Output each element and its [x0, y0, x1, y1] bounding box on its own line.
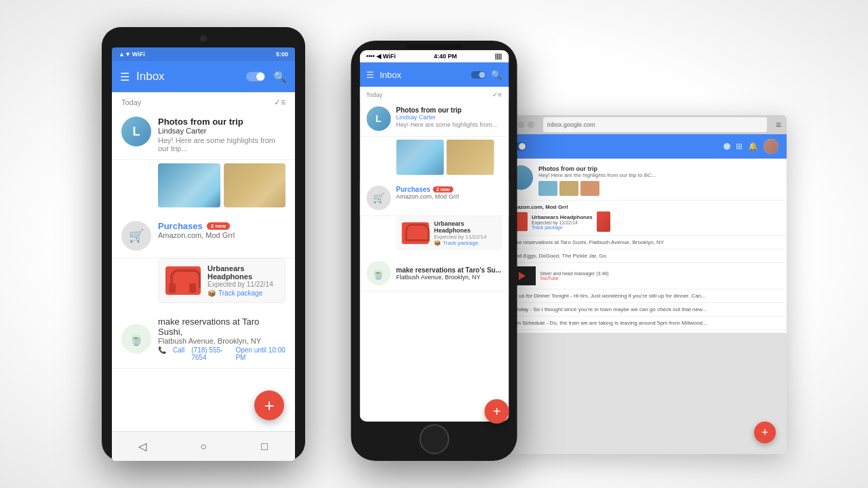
nexus5-taro-item[interactable]: 🍵 make reservations at Taro Sushi, Flatb… [112, 310, 295, 369]
iphone-check-all-icon[interactable]: ✓≡ [492, 91, 502, 98]
iphone-toggle[interactable] [471, 71, 486, 79]
browser-taro-text: make reservations at Taro Sushi, Flatbus… [509, 239, 664, 245]
nexus5-menu-icon[interactable]: ☰ [120, 70, 130, 83]
browser-addressbar[interactable]: inbox.google.com [543, 117, 767, 132]
browser-item-date: Expected by 11/22/14 [532, 220, 593, 225]
nexus5-purchase-info: Purchases 2 new Amazon.com, Mod Grrl [158, 221, 285, 239]
iphone-headphone-img [401, 222, 429, 244]
browser-avatar[interactable] [764, 139, 778, 154]
nexus5-merchants: Amazon.com, Mod Grrl [158, 231, 285, 239]
iphone-content: Today ✓≡ L Photos from our trip Lindsay … [359, 87, 509, 422]
browser-content: Photos from our trip Hey! Here are the h… [502, 159, 787, 333]
browser-titlebar: inbox.google.com ≡ [502, 115, 787, 134]
iphone-topbar: ☰ Inbox 🔍 [359, 62, 509, 87]
iphone-menu-icon[interactable]: ☰ [366, 70, 374, 80]
nexus5-fab[interactable]: + [254, 390, 284, 420]
nexus5-title: Inbox [136, 70, 239, 83]
browser-list-taro[interactable]: make reservations at Taro Sushi, Flatbus… [502, 236, 787, 249]
nexus5-camera [200, 35, 207, 42]
iphone-email-photos[interactable]: L Photos from our trip Lindsay Carter He… [359, 101, 509, 137]
browser-video-item[interactable]: Silver and head massager (3:48) YouTube [502, 263, 787, 289]
nexus5-check-all-icon[interactable]: ✓≡ [274, 98, 285, 107]
nexus5-photos-row [112, 160, 295, 214]
browser-purchase-detail: Urbanears Headphones Expected by 11/22/1… [532, 214, 593, 230]
nexus5-badge: 2 new [207, 222, 230, 230]
iphone-photos-row [359, 137, 509, 180]
browser-bell-icon[interactable]: 🔔 [748, 142, 758, 151]
browser-toolbar: ⊞ 🔔 [502, 134, 787, 159]
nexus5-call-icon: 📞 [158, 346, 166, 361]
nexus5-search-icon[interactable]: 🔍 [273, 70, 287, 83]
browser-list-train[interactable]: Train Schedule - Do, the train we are ta… [502, 317, 787, 330]
iphone-headphone-info: Urbanears Headphones Expected by 11/22/1… [434, 220, 496, 246]
browser-min-btn[interactable] [517, 121, 524, 128]
nexus5-phone: (718) 555-7654 [191, 346, 229, 361]
browser-email-body: Photos from our trip Hey! Here are the h… [538, 165, 780, 196]
browser-grid-icon[interactable]: ⊞ [736, 142, 743, 151]
iphone-badge: 2 new [433, 186, 453, 192]
nexus5-headphone-info: Urbanears Headphones Expected by 11/22/1… [208, 264, 278, 297]
browser-dinner-text: Still us for Dinner Tonight - Hi tim, Ju… [509, 293, 706, 299]
browser-video-title: Silver and head massager (3:48) [540, 271, 609, 276]
browser-video-meta: Silver and head massager (3:48) YouTube [540, 271, 609, 281]
nexus5-purchases[interactable]: 🛒 Purchases 2 new Amazon.com, Mod Grrl [112, 214, 295, 258]
iphone-email-subject: Photos from our trip [396, 106, 502, 114]
nexus5-call-label[interactable]: Call [173, 346, 184, 361]
nexus5-recents-btn[interactable]: □ [251, 433, 278, 460]
nexus5-headphone-card[interactable]: Urbanears Headphones Expected by 11/22/1… [158, 258, 285, 303]
iphone-fab[interactable]: + [485, 399, 509, 422]
iphone-notch [407, 45, 461, 49]
nexus5-taro-text: make reservations at Taro Sushi, Flatbus… [158, 317, 285, 361]
iphone-purchase-info: Purchases 2 new Amazon.com, Mod Grrl [396, 186, 502, 200]
nexus5-email-info: Photos from our trip Lindsay Carter Hey!… [158, 117, 285, 152]
iphone-search-icon[interactable]: 🔍 [491, 70, 502, 80]
browser-purchase-item[interactable]: Amazon.com, Mod Grrl Urbanears Headphone… [502, 201, 787, 236]
browser-train-text: Train Schedule - Do, the train we are ta… [509, 320, 707, 326]
iphone-merchants: Amazon.com, Mod Grrl [396, 193, 502, 200]
browser-menu-icon[interactable]: ≡ [776, 119, 781, 130]
browser-email-list: Photos from our trip Hey! Here are the h… [502, 159, 787, 333]
nexus5-headphone-name: Urbanears Headphones [208, 264, 278, 281]
iphone-email-info: Photos from our trip Lindsay Carter Hey!… [396, 106, 502, 128]
browser-list-goods[interactable]: Good Eggs, DoGood, The Pickle Jar, Go [502, 249, 787, 263]
nexus5-track-link[interactable]: 📦 Track package [208, 289, 278, 297]
iphone-home-button[interactable] [419, 424, 449, 454]
nexus5-toggle[interactable] [246, 72, 265, 81]
nexus5-navbar: ◁ ○ □ [112, 431, 295, 461]
browser-list-birthday[interactable]: Birthday - So I thought since you're in … [502, 303, 787, 317]
browser-max-btn[interactable] [528, 121, 534, 128]
browser-email-photos[interactable]: Photos from our trip Hey! Here are the h… [502, 161, 787, 201]
nexus5-home-btn[interactable]: ○ [190, 433, 217, 460]
browser-list-dinner[interactable]: Still us for Dinner Tonight - Hi tim, Ju… [502, 289, 787, 303]
browser-video-source: YouTube [540, 276, 609, 281]
browser-email-subject: Photos from our trip [538, 165, 780, 172]
iphone-today-label: Today [366, 92, 382, 98]
nexus5-email-sender: Lindsay Carter [158, 127, 285, 135]
nexus5-content: Today ✓≡ L Photos from our trip Lindsay … [112, 92, 295, 431]
nexus5-time: 5:00 [276, 51, 288, 58]
browser-photo-3 [580, 181, 599, 196]
iphone-section-today: Today ✓≡ [359, 87, 509, 101]
iphone-time: 4:40 PM [434, 53, 457, 60]
iphone-email-preview: Hey! Here are some highlights from... [396, 121, 502, 128]
nexus5-avatar: L [121, 117, 151, 146]
iphone-headphone-card[interactable]: Urbanears Headphones Expected by 11/22/1… [396, 216, 502, 250]
iphone-track-link[interactable]: 📦 Track package [434, 240, 496, 246]
browser-track-link[interactable]: Track package [532, 225, 593, 230]
iphone-purchases[interactable]: 🛒 Purchases 2 new Amazon.com, Mod Grrl [359, 180, 509, 216]
browser-apps-icon[interactable] [724, 143, 730, 150]
nexus5-statusbar: ▲▼ WiFi 5:00 [112, 47, 295, 61]
nexus5-email-photos[interactable]: L Photos from our trip Lindsay Carter He… [112, 110, 295, 160]
iphone-taro-item[interactable]: 🍵 make reservations at Taro's Su... Flat… [359, 256, 509, 291]
browser-email-preview: Hey! Here are the highlights from our tr… [538, 172, 780, 178]
nexus5-section-today: Today ✓≡ [112, 92, 295, 110]
nexus5-taro-footer: 📞 Call (718) 555-7654 Open until 10:00 P… [158, 346, 285, 361]
browser-goods-text: Good Eggs, DoGood, The Pickle Jar, Go [509, 253, 606, 259]
nexus5-cart-icon: 🛒 [121, 221, 151, 251]
nexus5-wifi-icon: WiFi [132, 51, 145, 58]
scene: inbox.google.com ≡ ⊞ 🔔 [61, 14, 807, 474]
iphone-purchase-title: Purchases 2 new [396, 186, 502, 193]
nexus5-back-btn[interactable]: ◁ [129, 433, 156, 460]
nexus5-taro-icon: 🍵 [121, 324, 151, 354]
nexus5-taro-address: Flatbush Avenue, Brooklyn, NY [158, 337, 285, 345]
